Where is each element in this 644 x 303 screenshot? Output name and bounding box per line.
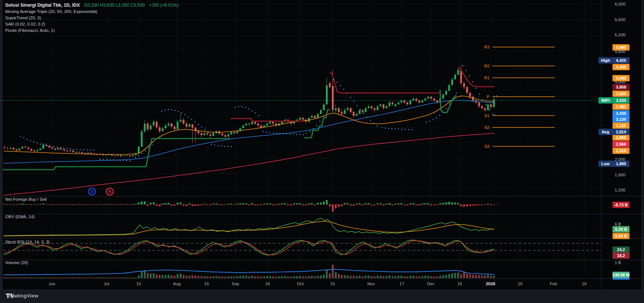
pivot-lines <box>492 47 555 146</box>
volume-bar <box>48 277 50 278</box>
volume-bar <box>397 276 399 278</box>
symbol-title-row[interactable]: Solusi Sinergi Digital Tbk, 1D, IDX O3,3… <box>5 2 178 9</box>
high-label-badge: High <box>598 57 612 64</box>
sar-dot <box>429 121 430 122</box>
sar-dot <box>113 160 114 161</box>
sar-dot <box>185 114 186 116</box>
sar-dot <box>168 109 169 110</box>
indicator-lines <box>3 67 494 275</box>
sar-dot <box>221 146 222 147</box>
candle-body <box>27 147 29 149</box>
price-scale-label: 1,600 <box>615 173 625 177</box>
candle-body <box>141 131 143 147</box>
change-value: +200 (+6.01%) <box>149 3 178 8</box>
volume-bar <box>257 276 259 278</box>
volume-bar <box>117 277 119 278</box>
sar-dot <box>73 149 75 150</box>
volume-bar <box>54 277 56 278</box>
event-marker-r[interactable]: R <box>106 188 113 195</box>
net-foreign-bar <box>475 204 477 206</box>
sar-dot <box>395 129 396 130</box>
volume-bar <box>293 276 295 278</box>
candle-body <box>326 85 328 104</box>
volume-bar <box>212 276 214 278</box>
sar-dot <box>191 119 192 120</box>
candle-body <box>165 126 166 128</box>
volume-bar <box>84 277 86 278</box>
chart-canvas[interactable]: DR <box>0 0 644 303</box>
net-foreign-bar <box>389 203 390 204</box>
volume-bar <box>272 276 274 278</box>
volume-bar <box>308 276 310 278</box>
volume-bar <box>472 275 474 278</box>
low-value-badge: 1,895 <box>612 161 630 167</box>
volume-bar <box>81 277 83 278</box>
net-foreign-bar <box>135 204 137 204</box>
footer-bar: TradingView <box>0 290 644 303</box>
net-foreign-bar <box>451 202 453 204</box>
net-foreign-bar <box>311 203 313 204</box>
panel-label-volume[interactable]: Volume (20) <box>5 260 28 265</box>
volume-bar <box>218 276 220 278</box>
indicator-sar[interactable]: SAR (0.02, 0.02, 0.2) <box>5 21 178 27</box>
panel-separators <box>0 196 644 290</box>
candle-body <box>386 106 387 108</box>
net-foreign-bar <box>362 204 364 205</box>
candle-body <box>69 150 71 151</box>
panel-label-obv[interactable]: OBV (EMA, 14) <box>5 214 34 219</box>
avg-label-badge: Avg <box>598 129 612 135</box>
candle-body <box>10 148 11 149</box>
volume-bar <box>179 274 181 278</box>
tradingview-logo[interactable]: TradingView <box>6 293 38 299</box>
supertrend-down-2-line <box>330 73 439 93</box>
panel-label-stoch-rsi[interactable]: Stoch RSI (14, 14, 3, 3) <box>5 240 50 244</box>
price-badge: 18.2 <box>612 253 630 259</box>
net-foreign-bar <box>344 203 346 204</box>
indicator-ma-triple[interactable]: Moving Average Triple (20, 50, 200, Expo… <box>5 9 178 15</box>
volume-bar <box>93 277 95 278</box>
volume-bar <box>415 276 417 278</box>
net-foreign-bar <box>176 203 178 204</box>
sar-dot <box>408 129 409 130</box>
candle-body <box>481 106 483 108</box>
sar-dot <box>50 146 51 147</box>
candlesticks[interactable] <box>4 65 495 157</box>
volume-bar <box>484 276 486 278</box>
net-foreign-bars[interactable] <box>4 200 495 212</box>
candle-body <box>236 131 238 133</box>
sar-dot <box>228 146 229 147</box>
time-label: Nov <box>367 282 375 286</box>
indicator-pivots[interactable]: Pivots (Fibonacci, Auto, 1) <box>5 27 178 34</box>
volume-bar <box>371 276 373 278</box>
candle-body <box>209 134 211 136</box>
volume-bar <box>27 277 29 278</box>
price-badge: 3,858 <box>612 84 630 90</box>
sar-dot <box>482 99 483 100</box>
indicator-supertrend[interactable]: SuperTrend (20, 3) <box>5 15 178 21</box>
event-marker-d[interactable]: D <box>89 188 96 195</box>
candle-body <box>272 121 274 123</box>
time-axis[interactable] <box>0 279 644 290</box>
volume-bar <box>263 276 265 278</box>
price-badge: 2,310 <box>612 148 630 154</box>
sar-dot <box>489 109 490 110</box>
volume-bar <box>42 277 44 278</box>
sar-dot <box>280 133 281 134</box>
candle-body <box>377 106 379 110</box>
candle-body <box>224 135 226 137</box>
sar-dot <box>255 113 256 114</box>
volume-bar <box>207 276 208 278</box>
panel-label-net-foreign[interactable]: Net Foreign Buy / Sell <box>5 197 47 202</box>
candle-body <box>347 108 349 110</box>
sar-dot <box>238 106 240 107</box>
candle-body <box>299 118 301 120</box>
candle-body <box>126 156 128 156</box>
time-label: Sep <box>232 282 239 286</box>
candle-body <box>251 121 253 124</box>
sar-dot <box>373 123 374 124</box>
sar-dot <box>245 107 246 108</box>
sar-dot <box>263 131 264 132</box>
volume-bar <box>7 277 9 278</box>
sar-dot <box>494 114 495 116</box>
candle-body <box>168 124 169 126</box>
